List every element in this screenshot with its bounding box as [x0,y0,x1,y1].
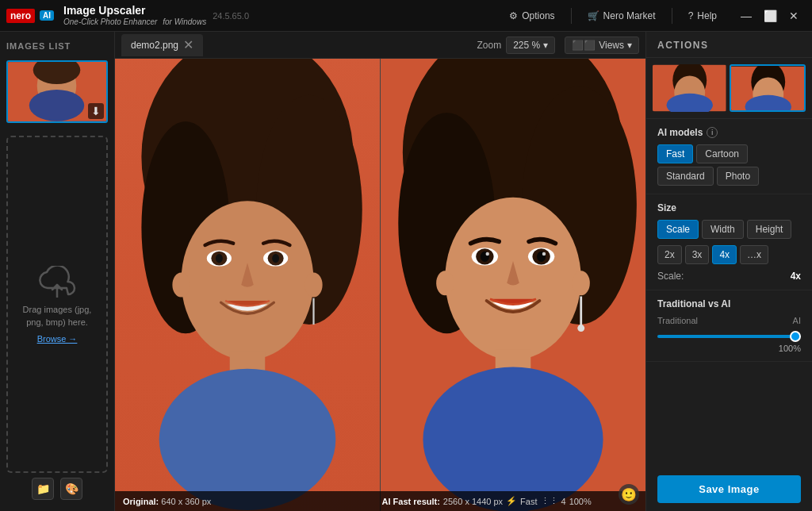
lightning-icon: ⚡ [506,496,517,506]
minimize-button[interactable]: — [734,4,758,28]
file-tab[interactable]: demo2.png ✕ [121,34,203,56]
original-value: 640 x 360 px [161,497,211,506]
drag-drop-text: Drag images (jpg, png, bmp) here. [14,303,100,329]
color-wheel-icon-button[interactable]: 🎨 [60,478,82,500]
close-button[interactable]: ✕ [782,4,806,28]
scale-4x-button[interactable]: 4x [712,245,737,264]
size-tab-width[interactable]: Width [702,220,744,239]
title-bar: nero AI Image Upscaler One-Click Photo E… [0,0,812,32]
cloud-upload-icon [38,266,76,300]
ai-result-image-svg [381,59,645,511]
size-label: Size [657,202,801,213]
trad-ai-slider-container [657,328,801,340]
svg-point-21 [159,369,336,510]
scale-2x-button[interactable]: 2x [657,245,682,264]
svg-point-15 [216,254,223,263]
pct-value: 100% [569,497,592,506]
zoom-value: 225 % [513,40,540,51]
model-standard-button[interactable]: Standard [657,167,714,186]
sidebar: IMAGES LIST ⬇ [0,32,115,511]
folder-icon-button[interactable]: 📁 [32,478,54,500]
market-icon: 🛒 [588,10,599,21]
save-image-button[interactable]: Save Image [657,475,801,503]
image-bottom-bar: Original: 640 x 360 px AI Fast result: 2… [115,491,645,511]
image-display: Original: 640 x 360 px AI Fast result: 2… [115,59,645,511]
scale-key: Scale: [657,271,684,282]
tab-filename: demo2.png [131,40,178,51]
original-info: Original: 640 x 360 px [123,497,379,506]
scale-value: 4x [791,271,801,282]
svg-point-33 [485,252,488,256]
ai-badge: AI [40,10,54,21]
ai-result-image-half [381,59,645,511]
panel-preview [646,58,812,119]
svg-point-40 [423,367,603,511]
maximize-button[interactable]: ⬜ [758,4,782,28]
help-button[interactable]: ? Help [677,6,728,25]
size-tabs: Scale Width Height [657,220,801,239]
model-cartoon-button[interactable]: Cartoon [696,144,748,163]
svg-point-16 [272,254,279,263]
nav-divider [571,8,572,24]
smiley-button[interactable]: 🙂 [619,484,639,505]
size-tab-scale[interactable]: Scale [657,220,699,239]
help-icon: ? [688,10,694,21]
scale-value-row: Scale: 4x [657,271,801,282]
ai-models-group: Fast Cartoon Standard Photo [657,144,801,186]
ai-result-info: AI Fast result: 2560 x 1440 px ⚡ Fast ⋮⋮… [382,496,638,506]
ai-label: AI [793,316,801,325]
scale-3x-button[interactable]: 3x [685,245,710,264]
tab-close-icon[interactable]: ✕ [183,39,193,52]
app-title-group: Image Upscaler One-Click Photo Enhancer … [63,4,206,27]
svg-point-18 [304,272,322,297]
scale-custom-button[interactable]: …x [740,245,768,264]
download-icon[interactable]: ⬇ [88,103,104,119]
nav-divider-2 [672,8,672,24]
original-image-svg [115,59,380,511]
app-subtitle: One-Click Photo Enhancer for Windows [63,17,206,27]
fast-label: Fast [520,497,537,506]
traditional-label: Traditional [657,316,698,325]
zoom-control: Zoom 225 % ▾ ⬛⬛ Views ▾ [477,36,639,54]
drag-drop-area[interactable]: Drag images (jpg, png, bmp) here. Browse… [6,136,108,473]
views-chevron-icon: ▾ [627,40,632,51]
original-image-half [115,59,380,511]
chevron-down-icon: ▾ [543,40,548,51]
trad-ai-section: Traditional vs AI Traditional AI 100% [646,290,812,362]
app-title: Image Upscaler [63,4,206,17]
trad-ai-slider[interactable] [657,335,801,338]
right-panel: ACTIONS [645,32,812,511]
market-button[interactable]: 🛒 Nero Market [576,6,667,25]
sidebar-bottom: 📁 🎨 [6,473,108,505]
model-photo-button[interactable]: Photo [717,167,759,186]
svg-point-17 [172,272,190,297]
browse-link[interactable]: Browse → [37,334,78,344]
scale-buttons: 2x 3x 4x …x [657,245,801,264]
size-section: Size Scale Width Height 2x 3x 4x …x Scal… [646,194,812,290]
preview-left-svg [653,64,726,112]
ai-result-value: 2560 x 1440 px [443,497,503,506]
zoom-dropdown[interactable]: 225 % ▾ [506,36,555,54]
image-thumbnail[interactable]: ⬇ [6,60,108,123]
size-tab-height[interactable]: Height [747,220,792,239]
views-icon: ⬛⬛ [572,40,596,51]
ai-models-section: AI models i Fast Cartoon Standard Photo [646,119,812,194]
app-version: 24.5.65.0 [213,11,249,21]
preview-thumb-right[interactable] [730,64,806,112]
views-dropdown[interactable]: ⬛⬛ Views ▾ [565,36,639,54]
svg-point-2 [29,90,84,121]
preview-thumb-left[interactable] [653,64,726,112]
ai-models-info-icon[interactable]: i [707,127,718,138]
svg-point-34 [542,252,546,256]
content-area: demo2.png ✕ Zoom 225 % ▾ ⬛⬛ Views ▾ [115,32,645,511]
main-layout: IMAGES LIST ⬇ [0,32,812,511]
nero-badge: nero [6,9,35,23]
window-controls: — ⬜ ✕ [734,4,806,28]
tab-bar: demo2.png ✕ Zoom 225 % ▾ ⬛⬛ Views ▾ [115,32,645,59]
options-button[interactable]: ⚙ Options [498,6,565,25]
views-label: Views [599,40,624,51]
ai-models-label: AI models i [657,127,801,138]
model-fast-button[interactable]: Fast [657,144,693,163]
svg-point-35 [436,271,454,295]
zoom-label: Zoom [477,40,501,51]
